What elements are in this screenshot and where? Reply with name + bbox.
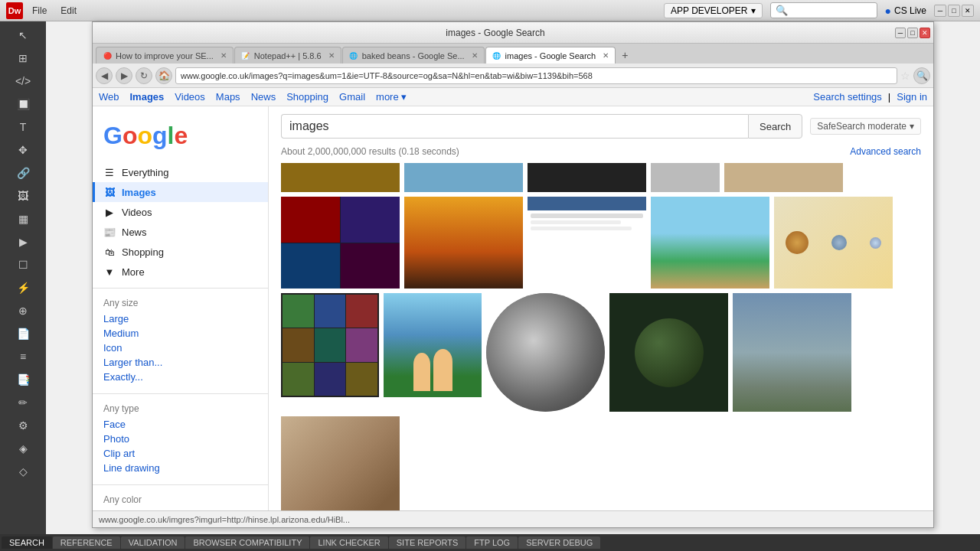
tool-inctemplates[interactable]: 📄 [12,323,34,344]
browser-max-button[interactable]: □ [907,28,918,38]
image-thumb-r3-2[interactable] [384,293,482,397]
nav-news[interactable]: News [251,91,276,103]
type-photo[interactable]: Photo [103,432,257,446]
tool-spry[interactable]: ⚡ [12,277,34,298]
edit-menu[interactable]: Edit [57,4,80,18]
tool-asp[interactable]: ◇ [12,461,34,482]
sidebar-item-everything[interactable]: ☰ Everything [93,162,268,182]
sidebar-item-videos[interactable]: ▶ Videos [93,202,268,222]
image-thumb-r2-4[interactable] [651,197,769,289]
sidebar-item-images[interactable]: 🖼 Images [93,182,268,202]
nav-more[interactable]: more ▾ [376,91,407,103]
search-settings-link[interactable]: Search settings [813,91,882,103]
tab-close-4[interactable]: ✕ [603,51,609,60]
type-face[interactable]: Face [103,417,257,432]
image-thumb-r2-2[interactable] [404,197,523,289]
nav-web[interactable]: Web [99,91,119,103]
maximize-button[interactable]: □ [948,5,960,17]
search-button[interactable]: Search [748,114,802,139]
image-thumb-t5[interactable] [724,163,843,192]
close-button[interactable]: ✕ [962,5,974,17]
new-tab-button[interactable]: + [616,47,633,64]
cs-live-button[interactable]: ● CS Live [885,5,927,17]
sign-in-link[interactable]: Sign in [897,91,927,103]
image-thumb-r2-5[interactable] [774,197,893,289]
browser-tab-2[interactable]: 📝 Notepad++ | 5.8.6 ✕ [234,47,341,64]
image-thumb-r3-4[interactable] [609,293,728,412]
nav-gmail[interactable]: Gmail [339,91,365,103]
file-menu[interactable]: File [29,4,50,18]
tab-close-1[interactable]: ✕ [220,51,227,60]
tool-data[interactable]: ≡ [12,346,34,367]
nav-videos[interactable]: Videos [175,91,205,103]
browser-tab-3[interactable]: 🌐 baked beans - Google Se... ✕ [342,47,485,64]
dw-tab-server-debug[interactable]: SERVER DEBUG [518,536,600,549]
browser-min-button[interactable]: ─ [895,28,906,38]
dw-tab-link-checker[interactable]: LINK CHECKER [310,536,387,549]
tool-cfm[interactable]: ◈ [12,438,34,459]
tool-text[interactable]: T [12,116,34,138]
forward-button[interactable]: ▶ [116,67,132,84]
nav-shopping[interactable]: Shopping [286,91,328,103]
safesearch-badge[interactable]: SafeSearch moderate ▾ [810,118,921,135]
sidebar-item-news[interactable]: 📰 News [93,222,268,242]
bookmark-button[interactable]: ☆ [900,70,910,82]
dw-tab-reference[interactable]: REFERENCE [53,536,120,549]
image-thumb-t3[interactable] [528,163,646,192]
sidebar-item-shopping[interactable]: 🛍 Shopping [93,242,268,262]
tool-pages[interactable]: 📑 [12,369,34,390]
address-bar[interactable]: www.google.co.uk/images?q=images&um=1&ie… [175,67,897,84]
app-developer-dropdown[interactable]: APP DEVELOPER ▾ [664,3,763,18]
tool-code[interactable]: </> [12,70,34,92]
image-thumb-r3-3[interactable] [486,293,605,412]
type-clip-art[interactable]: Clip art [103,446,257,461]
tab-close-2[interactable]: ✕ [328,51,335,60]
dw-tab-validation[interactable]: VALIDATION [121,536,185,549]
advanced-search-link[interactable]: Advanced search [850,146,921,157]
tool-php[interactable]: ⚙ [12,415,34,436]
dw-tab-search[interactable]: SEARCH [2,536,52,549]
image-thumb-r3-5[interactable] [733,293,851,412]
nav-maps[interactable]: Maps [216,91,240,103]
tool-move[interactable]: ✥ [12,139,34,161]
tool-view[interactable]: 🔲 [12,93,34,115]
sidebar-item-more[interactable]: ▼ More [93,262,268,282]
tool-form[interactable]: ☐ [12,254,34,276]
dw-tab-browser-compat[interactable]: BROWSER COMPATIBILITY [185,536,309,549]
tool-media[interactable]: ▶ [12,231,34,253]
size-exactly[interactable]: Exactly... [103,370,257,384]
image-thumb-r2-1[interactable] [281,197,400,289]
size-large[interactable]: Large [103,311,257,326]
minimize-button[interactable]: ─ [934,5,946,17]
refresh-button[interactable]: ↻ [136,67,152,84]
size-icon[interactable]: Icon [103,341,257,355]
size-medium[interactable]: Medium [103,326,257,341]
image-thumb-t2[interactable] [404,163,523,192]
browser-close-button[interactable]: ✕ [920,28,930,38]
tool-editable[interactable]: ✏ [12,392,34,413]
tool-select[interactable]: ↖ [12,24,34,46]
tool-table[interactable]: ▦ [12,208,34,230]
tool-link[interactable]: 🔗 [12,162,34,184]
image-thumb-r2-3[interactable] [528,197,646,289]
browser-tab-4[interactable]: 🌐 images - Google Search ✕ [485,47,616,64]
tool-image[interactable]: 🖼 [12,185,34,207]
image-thumb-t4[interactable] [651,163,720,192]
home-button[interactable]: 🏠 [155,67,172,84]
search-input[interactable] [281,114,748,139]
dw-tab-site-reports[interactable]: SITE REPORTS [389,536,466,549]
tool-jquery[interactable]: ⊕ [12,300,34,321]
image-thumb-r3-6[interactable] [281,416,400,510]
tool-insert[interactable]: ⊞ [12,47,34,69]
size-larger-than[interactable]: Larger than... [103,355,257,370]
browser-tab-1[interactable]: 🔴 How to improve your SE... ✕ [96,47,234,64]
nav-images[interactable]: Images [130,91,165,103]
tab-close-3[interactable]: ✕ [472,51,478,60]
type-line-drawing[interactable]: Line drawing [103,461,257,475]
browser-search-button[interactable]: 🔍 [913,67,930,84]
image-thumb-r3-1[interactable] [281,293,379,397]
dw-tab-ftp-log[interactable]: FTP LOG [466,536,518,549]
image-thumb-t1[interactable] [281,163,400,192]
app-search-input[interactable] [791,5,872,16]
back-button[interactable]: ◀ [96,67,113,84]
